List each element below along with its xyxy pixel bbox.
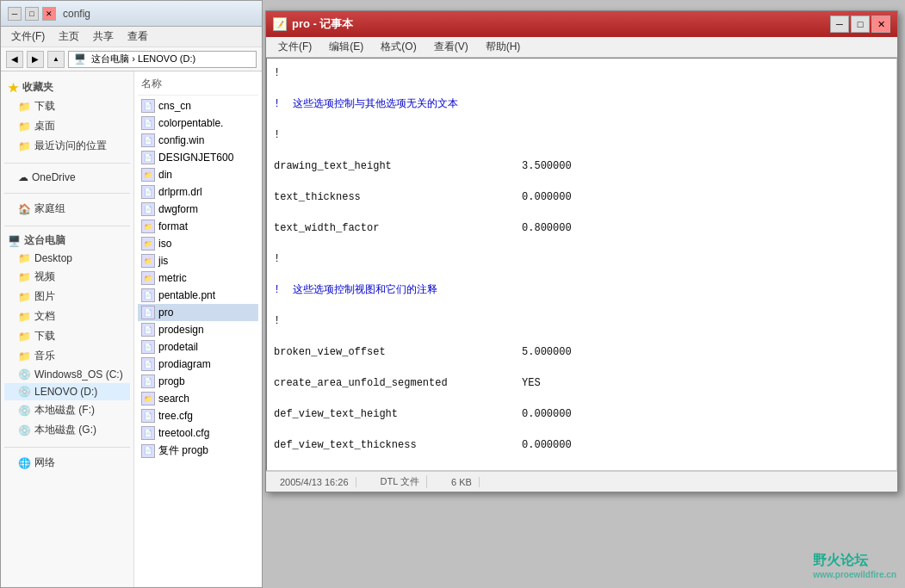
favorites-title: ★ 收藏夹 [4,78,130,96]
file-item[interactable]: 📄 复件 progb [138,442,258,460]
star-icon: ★ [8,81,19,95]
sidebar-item-recent[interactable]: 📁 最近访问的位置 [4,136,130,156]
file-item[interactable]: 📄 DESIGNJET600 [138,149,258,166]
comment-line: ! 这些选项控制与其他选项无关的文本 [274,96,890,112]
menu-share[interactable]: 共享 [86,28,121,46]
sidebar-item-videos[interactable]: 📁 视频 [4,267,130,287]
notepad-minimize-btn[interactable]: ─ [830,15,849,33]
file-item[interactable]: 📁 jis [138,252,258,269]
folder-icon: 📁 [18,311,31,323]
explorer-close-btn[interactable]: ✕ [42,7,56,21]
notepad-text-area[interactable]: ! ! 这些选项控制与其他选项无关的文本 ! drawing_text_heig… [266,58,897,471]
file-item[interactable]: 📄 drlprm.drl [138,183,258,201]
menu-view[interactable]: 查看 [121,28,155,46]
file-name: pro [158,306,173,319]
file-name: cns_cn [158,100,191,112]
file-icon: 📄 [141,202,155,216]
file-item[interactable]: 📄 config.win [138,132,258,149]
file-icon: 📄 [141,374,155,388]
cloud-icon: ☁ [18,171,28,183]
folder-icon: 📁 [18,121,31,133]
file-item[interactable]: 📄 treetool.cfg [138,424,258,442]
favorites-section: ★ 收藏夹 📁 下载 📁 桌面 📁 最近访问的位置 [4,78,130,156]
notepad-menu-help[interactable]: 帮助(H) [477,38,530,56]
drive-icon: 💿 [18,424,31,436]
notepad-menu-edit[interactable]: 编辑(E) [320,38,372,56]
notepad-menu-file[interactable]: 文件(F) [270,38,320,56]
file-icon: 📄 [141,306,155,319]
file-item[interactable]: 📄 prodiagram [138,356,258,373]
property-line: text_width_factor 0.800000 [274,220,890,236]
sidebar-drive-f[interactable]: 💿 本地磁盘 (F:) [4,400,130,420]
file-item[interactable]: 📁 iso [138,235,258,252]
onedrive-section: ☁ OneDrive [4,169,130,186]
explorer-minimize-btn[interactable]: ─ [8,7,22,21]
sidebar-item-network[interactable]: 🌐 网络 [4,453,130,473]
file-name: tree.cfg [158,410,193,422]
address-path-display[interactable]: 🖥️ 这台电脑 › LENOVO (D:) [68,51,257,68]
normal-line: ! [274,251,890,267]
file-item[interactable]: 📄 cns_cn [138,97,258,115]
sidebar-item-desktop[interactable]: 📁 桌面 [4,116,130,136]
folder-icon: 📁 [18,101,31,113]
file-name: dwgform [158,203,198,215]
nav-up-btn[interactable]: ▲ [47,51,65,68]
home-icon: 🏠 [18,203,31,215]
file-item[interactable]: 📄 pentable.pnt [138,287,258,304]
explorer-title-bar: ─ □ ✕ config [1,1,262,27]
sidebar-item-homegroup[interactable]: 🏠 家庭组 [4,199,130,219]
property-line: drawing_text_height 3.500000 [274,158,890,174]
folder-icon: 📁 [18,291,31,303]
sidebar-item-pictures[interactable]: 📁 图片 [4,287,130,306]
sidebar-item-pc-desktop[interactable]: 📁 Desktop [4,250,130,267]
property-line: def_view_text_thickness 0.000000 [274,437,890,453]
file-item-pro[interactable]: 📄 pro [138,304,258,321]
file-item[interactable]: 📁 din [138,166,258,183]
file-item[interactable]: 📄 tree.cfg [138,407,258,424]
file-item[interactable]: 📄 prodetail [138,338,258,356]
explorer-maximize-btn[interactable]: □ [25,7,39,21]
notepad-menu-view[interactable]: 查看(V) [425,38,477,56]
nav-forward-btn[interactable]: ▶ [27,51,44,68]
sidebar-item-music[interactable]: 📁 音乐 [4,346,130,366]
file-name: config.win [158,134,204,146]
sidebar-item-onedrive[interactable]: ☁ OneDrive [4,169,130,186]
file-icon: 📄 [141,288,155,302]
folder-icon: 📁 [18,252,31,264]
notepad-close-btn[interactable]: ✕ [871,15,890,33]
address-path-text: 🖥️ 这台电脑 › LENOVO (D:) [74,53,195,65]
notepad-title-text: pro - 记事本 [292,16,354,32]
file-item[interactable]: 📄 progb [138,373,258,390]
sidebar: ★ 收藏夹 📁 下载 📁 桌面 📁 最近访问的位置 [1,71,134,587]
status-filesize: 6 KB [444,477,480,487]
file-icon: 📁 [141,254,155,268]
sidebar-drive-d[interactable]: 💿 LENOVO (D:) [4,383,130,400]
file-name: treetool.cfg [158,427,209,439]
watermark: 野火论坛 www.proewildfire.cn [813,552,896,579]
file-item[interactable]: 📁 metric [138,269,258,287]
drive-icon: 💿 [18,386,31,398]
explorer-window: ─ □ ✕ config 文件(F) 主页 共享 查看 ◀ ▶ ▲ 🖥️ 这台电… [0,0,263,588]
normal-line: ! [274,65,890,81]
sidebar-item-download[interactable]: 📁 下载 [4,96,130,116]
comment-line: ! 这些选项控制视图和它们的注释 [274,282,890,298]
file-item[interactable]: 📄 colorpentable. [138,115,258,132]
file-item[interactable]: 📁 format [138,218,258,235]
sidebar-drive-c[interactable]: 💿 Windows8_OS (C:) [4,366,130,383]
menu-home[interactable]: 主页 [52,28,86,46]
sidebar-item-documents[interactable]: 📁 文档 [4,306,130,326]
notepad-maximize-btn[interactable]: □ [851,15,870,33]
file-name: pentable.pnt [158,289,215,301]
menu-file[interactable]: 文件(F) [4,28,52,46]
notepad-menu-format[interactable]: 格式(O) [372,38,425,56]
file-item-search[interactable]: 📁 search [138,390,258,407]
file-icon: 📄 [141,323,155,337]
file-icon: 📁 [141,392,155,405]
normal-line: ! [274,127,890,143]
file-icon: 📄 [141,444,155,458]
file-item[interactable]: 📄 dwgform [138,201,258,218]
sidebar-drive-g[interactable]: 💿 本地磁盘 (G:) [4,420,130,440]
nav-back-btn[interactable]: ◀ [6,51,23,68]
file-item[interactable]: 📄 prodesign [138,321,258,338]
sidebar-item-pc-download[interactable]: 📁 下载 [4,326,130,346]
